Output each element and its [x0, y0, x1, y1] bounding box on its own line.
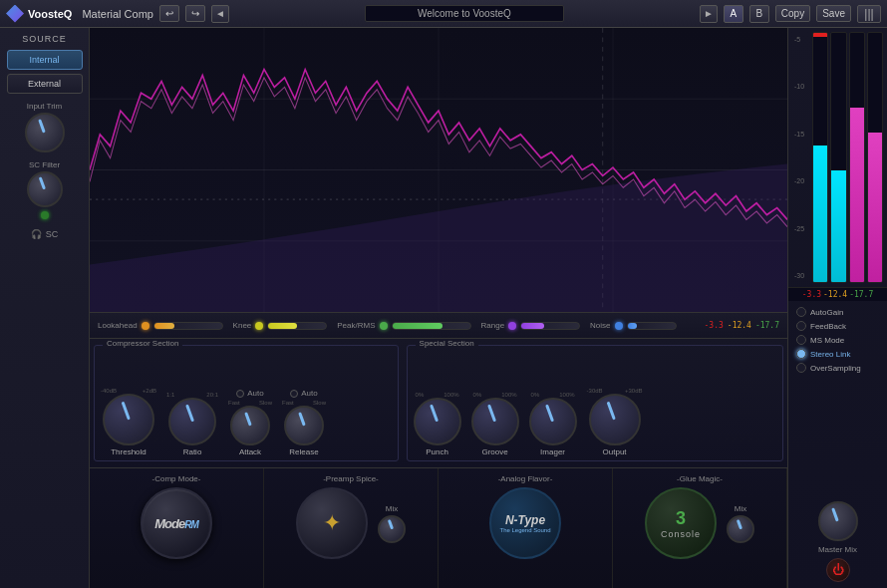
plugin-name: Material Comp [82, 8, 153, 20]
noise-label: Noise [590, 321, 610, 330]
peak-rms-slider[interactable] [392, 322, 471, 330]
release-auto-radio[interactable] [290, 390, 298, 398]
release-min: Fast [282, 400, 294, 406]
threshold-group: -40dB +2dB Threshold [101, 388, 156, 456]
external-button[interactable]: External [7, 74, 83, 94]
range-dot[interactable] [508, 322, 516, 330]
vu-fill-1 [813, 146, 827, 283]
feedback-item[interactable]: FeedBack [796, 321, 879, 331]
comp-mode-label: -Comp Mode- [152, 474, 201, 483]
compressor-knobs: -40dB +2dB Threshold 1:1 20:1 [101, 350, 326, 456]
sc-filter-knob[interactable] [27, 171, 63, 207]
release-knob[interactable] [284, 406, 324, 445]
db-readout-2: -12.4 [823, 290, 847, 299]
internal-button[interactable]: Internal [7, 50, 83, 70]
settings-button[interactable]: ||| [857, 5, 881, 23]
vu-meter-area: -5 -10 -15 -20 -25 -30 [788, 28, 887, 287]
ntype-knob[interactable]: N-Type The Legend Sound [489, 487, 561, 559]
noise-dot[interactable] [615, 322, 623, 330]
release-group: Auto Fast Slow Release [282, 389, 326, 456]
source-label: Source [22, 34, 67, 44]
master-mix-knob[interactable] [818, 501, 858, 541]
vu-tick-25: -25 [794, 225, 808, 232]
lookahead-slider[interactable] [153, 322, 223, 330]
master-mix-label: Master Mix [818, 545, 857, 554]
knee-slider[interactable] [267, 322, 327, 330]
preset-a-button[interactable]: A [724, 5, 743, 23]
center-area: Lookahead Knee Peak/RMS [90, 28, 787, 588]
oversampling-item[interactable]: OverSampling [796, 363, 879, 373]
range-slider[interactable] [520, 322, 580, 330]
db-readout-display: -3.3 -12.4 -17.7 [788, 287, 887, 301]
output-group: -30dB +30dB Output [587, 388, 643, 456]
groove-max: 100% [501, 392, 516, 398]
master-mix-section: Master Mix ⏻ [788, 495, 887, 588]
save-button[interactable]: Save [816, 5, 851, 22]
attack-knob[interactable] [230, 406, 270, 445]
headphone-sc-area: 🎧 SC [31, 229, 59, 239]
ratio-knob[interactable] [168, 398, 216, 445]
glue-mix-label: Mix [735, 504, 746, 513]
noise-slider[interactable] [627, 322, 677, 330]
preset-b-button[interactable]: B [749, 5, 769, 23]
glue-label: -Glue Magic- [677, 474, 723, 483]
autogain-dot[interactable] [796, 307, 806, 317]
bottom-section: -Comp Mode- ModeRM -Preamp Spice- ✦ Mix [90, 468, 787, 588]
sc-filter-section: SC Filter [4, 160, 85, 219]
stereo-link-dot[interactable] [796, 349, 806, 359]
autogain-item[interactable]: AutoGain [796, 307, 879, 317]
threshold-knob[interactable] [103, 394, 154, 445]
groove-group: 0% 100% Groove [471, 392, 519, 456]
feedback-dot[interactable] [796, 321, 806, 331]
undo-button[interactable]: ↩ [159, 5, 179, 22]
glue-mix-knob[interactable] [727, 515, 754, 543]
input-trim-label: Input Trim [27, 102, 63, 111]
lookahead-dot[interactable] [142, 322, 149, 330]
attack-auto-label: Auto [247, 389, 263, 398]
groove-knob[interactable] [471, 398, 519, 445]
attack-auto-radio[interactable] [236, 390, 244, 398]
power-button[interactable]: ⏻ [826, 558, 850, 582]
nav-next-button[interactable]: ► [700, 5, 718, 23]
lookahead-control: Lookahead [98, 321, 223, 330]
compressor-section: Compressor Section -40dB +2dB Threshold [94, 345, 399, 461]
imager-max: 100% [559, 392, 574, 398]
input-trim-knob[interactable] [25, 113, 65, 152]
copy-button[interactable]: Copy [775, 5, 810, 22]
output-min: -30dB [587, 388, 603, 394]
output-knob[interactable] [589, 394, 641, 445]
knee-dot[interactable] [255, 322, 263, 330]
nav-prev-button[interactable]: ◄ [211, 5, 229, 23]
vu-tick-5: -5 [794, 36, 808, 43]
release-max: Slow [313, 400, 326, 406]
attack-max: Slow [259, 400, 272, 406]
preamp-mix-label: Mix [386, 504, 398, 513]
ms-mode-item[interactable]: MS Mode [796, 335, 879, 345]
comp-mode-knob[interactable]: ModeRM [141, 487, 212, 559]
noise-control: Noise [590, 321, 676, 330]
stereo-link-label: Stereo Link [810, 350, 850, 359]
sc-active-dot [41, 211, 49, 219]
ms-mode-dot[interactable] [796, 335, 806, 345]
feedback-label: FeedBack [810, 322, 846, 331]
preamp-knob[interactable]: ✦ [296, 487, 368, 559]
punch-knob[interactable] [414, 398, 461, 445]
preamp-mix-knob[interactable] [378, 515, 406, 543]
vu-tick-20: -20 [794, 177, 808, 184]
db-val-2: -12.4 [728, 321, 751, 330]
console-knob[interactable]: 3 Console [645, 487, 717, 559]
glue-mix-group: Mix [727, 504, 754, 543]
redo-button[interactable]: ↪ [185, 5, 205, 22]
imager-knob[interactable] [529, 398, 577, 445]
vu-fill-4 [868, 133, 882, 282]
range-label: Range [481, 321, 505, 330]
compressor-section-title: Compressor Section [103, 339, 182, 348]
stereo-link-item[interactable]: Stereo Link [796, 349, 879, 359]
ntype-main: N-Type [505, 513, 545, 527]
harmonic-icon: ✦ [323, 510, 341, 536]
db-readout: -3.3 -12.4 -17.7 [705, 321, 779, 330]
main-layout: Source Internal External Input Trim SC F… [0, 28, 887, 588]
ratio-label: Ratio [183, 447, 202, 456]
peak-rms-dot[interactable] [380, 322, 388, 330]
oversampling-dot[interactable] [796, 363, 806, 373]
